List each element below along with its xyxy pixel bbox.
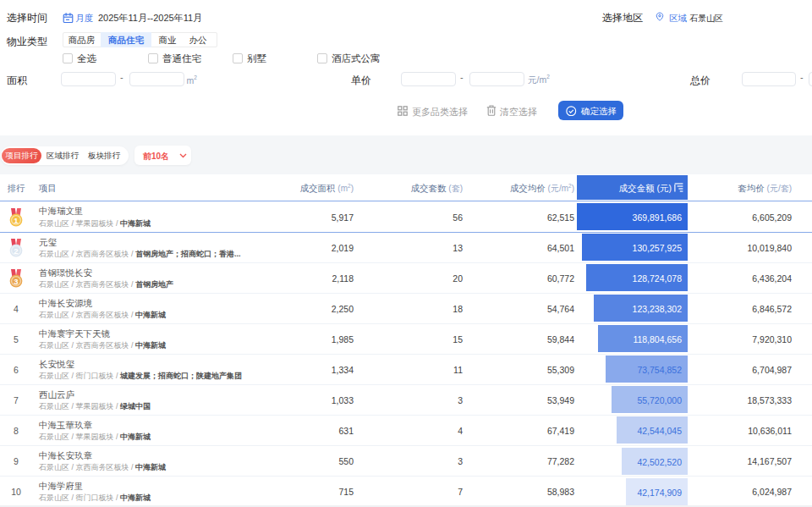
- svg-text:1: 1: [14, 215, 19, 224]
- svg-text:2: 2: [14, 245, 18, 255]
- svg-text:3: 3: [14, 276, 18, 285]
